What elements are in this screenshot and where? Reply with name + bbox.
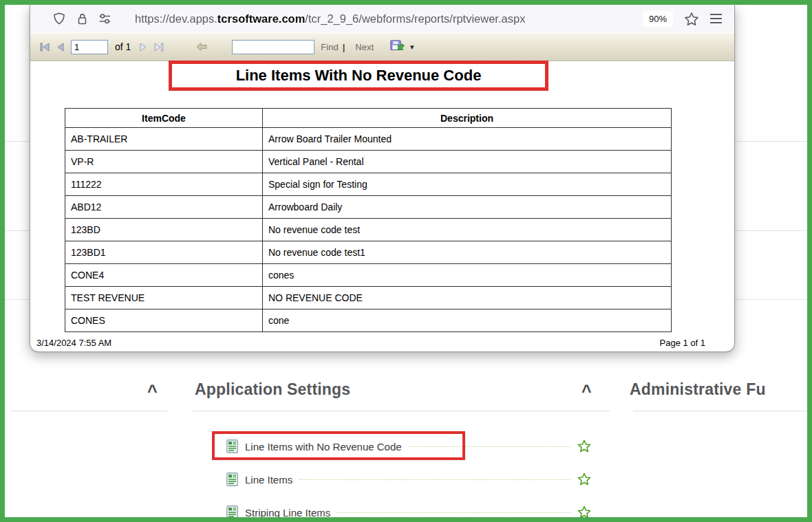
description-cell: No revenue code test1: [263, 241, 672, 264]
url-address-field[interactable]: https://dev.apps.tcrsoftware.com/tcr_2_9…: [135, 12, 608, 25]
itemcode-cell: ABD12: [65, 196, 263, 219]
page-count-label: of 1: [115, 41, 131, 52]
description-cell: Vertical Panel - Rental: [263, 151, 672, 173]
report-link-label[interactable]: Line Items: [245, 474, 292, 486]
report-link-label[interactable]: Striping Line Items: [245, 507, 330, 519]
favorite-star-icon[interactable]: [577, 472, 591, 486]
column-header-description: Description: [263, 109, 672, 128]
description-cell: Special sign for Testing: [263, 173, 672, 196]
bookmark-star-icon[interactable]: [684, 12, 699, 26]
previous-page-button[interactable]: [56, 43, 65, 52]
export-dropdown-caret-icon[interactable]: ▾: [410, 43, 414, 52]
url-domain: tcrsoftware.com: [217, 12, 305, 25]
section-underline: [193, 411, 610, 411]
report-link-row[interactable]: Line Items with No Revenue Code: [226, 433, 591, 460]
table-row: CONEScone: [65, 309, 672, 332]
find-separator: |: [343, 42, 345, 52]
description-cell: Arrowboard Daily: [263, 196, 672, 219]
report-link-row[interactable]: Striping Line Items: [226, 499, 591, 522]
report-viewer-toolbar: of 1 Find | Next: [30, 32, 734, 61]
table-row: 123BDNo revenue code test: [65, 219, 672, 241]
leader-line: [337, 512, 570, 513]
table-row: VP-RVertical Panel - Rental: [65, 151, 672, 173]
table-row: TEST REVENUENO REVENUE CODE: [65, 287, 672, 309]
itemcode-cell: AB-TRAILER: [65, 128, 263, 151]
section-title-application-settings: Application Settings: [195, 380, 350, 399]
report-table: ItemCode Description AB-TRAILERArrow Boa…: [65, 108, 672, 332]
report-title: Line Items With No Revenue Code: [236, 67, 482, 85]
first-page-button[interactable]: [40, 43, 50, 52]
report-document-icon: [226, 439, 238, 453]
report-link-label[interactable]: Line Items with No Revenue Code: [245, 441, 402, 453]
favorite-star-icon[interactable]: [577, 505, 591, 519]
table-row: 111222Special sign for Testing: [65, 173, 672, 196]
table-row: 123BD1No revenue code test1: [65, 241, 672, 264]
leader-line: [409, 446, 570, 447]
permissions-icon[interactable]: [98, 13, 111, 25]
back-to-parent-button[interactable]: [196, 42, 207, 52]
itemcode-cell: CONES: [65, 309, 263, 332]
menu-icon[interactable]: [710, 14, 722, 23]
description-cell: No revenue code test: [263, 219, 672, 241]
itemcode-cell: VP-R: [65, 151, 263, 173]
shield-icon[interactable]: [52, 12, 66, 25]
report-viewer-popup: https://dev.apps.tcrsoftware.com/tcr_2_9…: [30, 5, 735, 352]
column-header-itemcode: ItemCode: [65, 109, 263, 128]
report-link-row[interactable]: Line Items: [226, 466, 591, 493]
collapse-chevron-icon[interactable]: ^: [581, 384, 592, 398]
zoom-level-badge[interactable]: 90%: [643, 11, 673, 27]
itemcode-cell: CONE4: [65, 264, 263, 287]
section-underline: [10, 411, 167, 411]
itemcode-cell: 111222: [65, 173, 263, 196]
description-cell: NO REVENUE CODE: [263, 287, 672, 309]
leader-line: [299, 479, 570, 480]
table-row: CONE4cones: [65, 264, 672, 287]
itemcode-cell: TEST REVENUE: [65, 287, 263, 309]
table-row: ABD12Arrowboard Daily: [65, 196, 672, 219]
itemcode-cell: 123BD1: [65, 241, 263, 264]
find-button[interactable]: Find: [321, 42, 338, 52]
description-cell: cones: [263, 264, 672, 287]
report-page-indicator: Page 1 of 1: [660, 338, 706, 348]
screenshot-frame: ^ Application Settings ^ Administrative …: [0, 0, 812, 522]
collapse-chevron-icon[interactable]: ^: [147, 384, 158, 398]
page-number-input[interactable]: [71, 40, 108, 54]
find-next-button[interactable]: Next: [355, 42, 374, 52]
report-document-icon: [226, 472, 238, 486]
report-generated-timestamp: 3/14/2024 7:55 AM: [36, 338, 111, 348]
description-cell: cone: [263, 309, 672, 332]
next-page-button[interactable]: [139, 43, 147, 52]
lock-icon[interactable]: [76, 12, 89, 25]
annotation-highlight-title: Line Items With No Revenue Code: [169, 61, 548, 91]
browser-url-bar: https://dev.apps.tcrsoftware.com/tcr_2_9…: [30, 5, 734, 32]
table-row: AB-TRAILERArrow Board Trailer Mounted: [65, 128, 672, 151]
table-header-row: ItemCode Description: [65, 109, 672, 128]
description-cell: Arrow Board Trailer Mounted: [263, 128, 672, 151]
export-save-icon[interactable]: [390, 40, 405, 54]
find-text-input[interactable]: [232, 40, 314, 54]
section-title-administrative: Administrative Fu: [630, 380, 766, 399]
url-path: /tcr_2_9_6/webforms/reports/rptviewer.as…: [305, 12, 525, 25]
url-prefix: https://dev.apps.: [135, 12, 217, 25]
section-underline: [633, 411, 807, 411]
favorite-star-icon[interactable]: [577, 439, 591, 453]
itemcode-cell: 123BD: [65, 219, 263, 241]
last-page-button[interactable]: [153, 43, 164, 52]
report-document-icon: [226, 505, 238, 519]
